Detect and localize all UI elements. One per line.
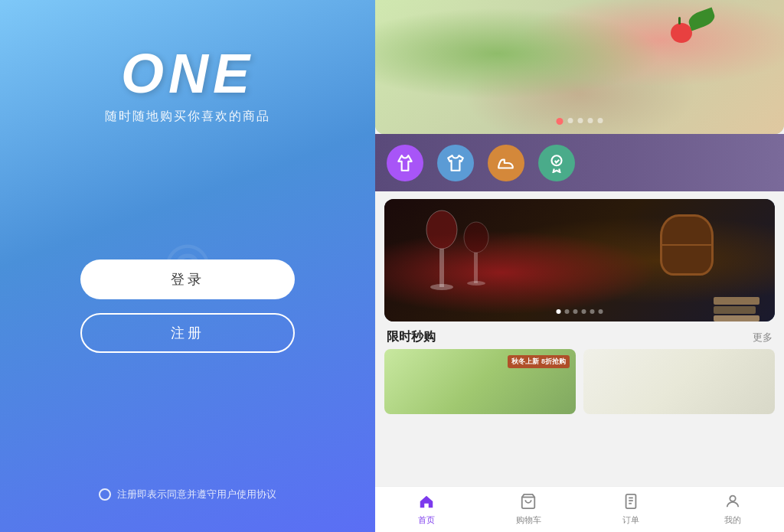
hero-image [375,0,784,134]
tab-orders-label: 订单 [622,514,639,526]
banner-dot-6[interactable] [599,309,603,314]
banner-dot-1[interactable] [557,309,561,314]
dress-icon [395,153,415,173]
auth-buttons: 登录 注册 [80,259,295,353]
hero-dot-1[interactable] [557,118,564,125]
hero-dots [557,118,603,125]
app-subtitle: 随时随地购买你喜欢的商品 [105,109,270,125]
category-dress[interactable] [387,145,423,181]
wine-glasses-illustration [415,207,507,321]
app-branding: ONE 随时随地购买你喜欢的商品 [105,46,270,125]
tab-cart[interactable]: 购物车 [478,487,580,532]
category-shirt[interactable] [437,145,474,181]
flash-sale-header: 限时秒购 更多 [375,321,784,349]
hero-dot-4[interactable] [588,118,593,123]
banner-dot-4[interactable] [582,309,586,314]
svg-point-0 [552,155,562,165]
hero-dot-3[interactable] [578,118,583,123]
profile-icon [724,493,741,512]
flash-sale-more[interactable]: 更多 [753,331,773,344]
product-card-1[interactable]: 秋冬上新 8折抢购 [384,349,576,414]
left-panel: © ONE 随时随地购买你喜欢的商品 登录 注册 注册即表示同意并遵守用户使用协… [0,0,375,532]
orders-icon [622,493,639,512]
right-panel: 限时秒购 更多 秋冬上新 8折抢购 首页 [375,0,784,532]
category-shoes[interactable] [488,145,524,181]
hero-bg [375,0,784,134]
banner-dot-5[interactable] [590,309,595,314]
svg-point-1 [426,211,457,249]
banner-dots [557,309,603,314]
tab-orders[interactable]: 订单 [580,487,682,532]
svg-point-12 [730,496,736,501]
category-award[interactable] [538,145,575,181]
hero-dot-2[interactable] [568,118,573,123]
banner[interactable] [384,199,775,321]
tab-home-label: 首页 [418,514,435,526]
svg-rect-2 [439,249,444,287]
promo-badge-1: 秋冬上新 8折抢购 [508,355,570,368]
books-stack [714,297,760,321]
tab-profile-label: 我的 [724,514,741,526]
banner-dot-3[interactable] [573,309,578,314]
agreement-checkbox[interactable] [99,488,111,501]
hero-dot-5[interactable] [598,118,603,123]
flash-sale-title: 限时秒购 [387,329,436,345]
login-button[interactable]: 登录 [80,259,295,299]
wine-barrel [660,214,714,276]
register-button[interactable]: 注册 [80,313,295,353]
tomato-decoration [671,23,692,43]
svg-rect-5 [474,253,478,283]
tab-bar: 首页 购物车 订单 [375,486,784,532]
svg-point-3 [430,284,453,290]
tab-profile[interactable]: 我的 [682,487,785,532]
app-title: ONE [121,46,254,101]
tab-cart-label: 购物车 [516,514,541,526]
shirt-icon [446,153,466,173]
banner-dot-2[interactable] [565,309,570,314]
agreement-text: 注册即表示同意并遵守用户使用协议 [117,488,276,501]
products-row: 秋冬上新 8折抢购 [375,349,784,418]
svg-point-4 [464,222,488,253]
agreement-row: 注册即表示同意并遵守用户使用协议 [99,488,276,501]
award-icon [547,153,567,173]
home-icon [418,493,435,512]
cart-icon [520,493,537,512]
category-bar [375,134,784,191]
svg-point-6 [467,281,485,286]
tab-home[interactable]: 首页 [375,487,478,532]
product-card-2[interactable] [583,349,775,414]
shoes-icon [496,153,516,173]
